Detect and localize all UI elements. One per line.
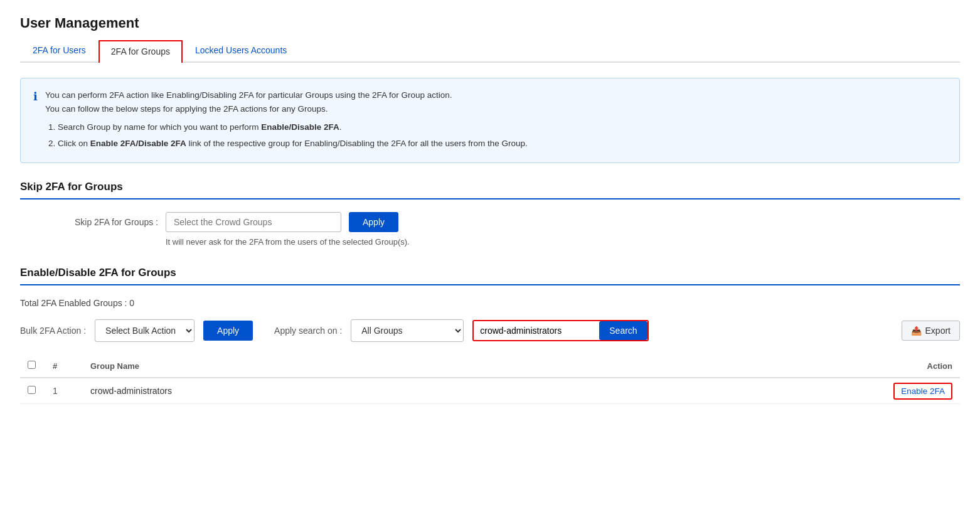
info-text: You can perform 2FA action like Enabling… — [45, 88, 528, 152]
export-label: Export — [925, 326, 951, 336]
search-on-label: Apply search on : — [274, 326, 342, 336]
bulk-apply-button[interactable]: Apply — [203, 321, 253, 341]
bulk-action-label: Bulk 2FA Action : — [20, 326, 86, 336]
info-step-2: Click on Enable 2FA/Disable 2FA link of … — [58, 137, 528, 151]
skip-2fa-divider — [20, 198, 960, 200]
skip-2fa-form-row: Skip 2FA for Groups : Apply — [20, 212, 960, 232]
tab-2fa-users[interactable]: 2FA for Users — [20, 39, 99, 61]
enable-disable-divider — [20, 284, 960, 285]
search-button[interactable]: Search — [599, 321, 647, 340]
skip-2fa-apply-button[interactable]: Apply — [349, 212, 398, 232]
stats-label: Total 2FA Enabled Groups : — [20, 298, 127, 308]
row-number: 1 — [45, 378, 83, 404]
search-on-dropdown[interactable]: All Groups — [351, 319, 464, 342]
tab-locked-accounts[interactable]: Locked Users Accounts — [183, 39, 299, 61]
stats-number: 0 — [129, 298, 134, 308]
row-group-name: crowd-administrators — [83, 378, 580, 404]
tab-2fa-groups[interactable]: 2FA for Groups — [99, 40, 183, 63]
enable-disable-title: Enable/Disable 2FA for Groups — [20, 267, 960, 279]
row-action-cell: Enable 2FA — [580, 378, 960, 404]
export-icon: 📤 — [911, 326, 922, 336]
info-icon: ℹ — [33, 90, 38, 152]
stats-row: Total 2FA Enabled Groups : 0 — [20, 298, 960, 308]
skip-2fa-label: Skip 2FA for Groups : — [70, 217, 158, 227]
tabs-bar: 2FA for Users 2FA for Groups Locked User… — [20, 39, 960, 63]
info-box: ℹ You can perform 2FA action like Enabli… — [20, 78, 960, 163]
row-checkbox-cell — [20, 378, 45, 404]
enable-2fa-link[interactable]: Enable 2FA — [893, 383, 952, 400]
skip-2fa-hint: It will never ask for the 2FA from the u… — [115, 237, 960, 247]
search-wrapper: Search — [472, 320, 648, 341]
skip-2fa-section: Skip 2FA for Groups Skip 2FA for Groups … — [20, 181, 960, 247]
crowd-groups-input[interactable] — [166, 212, 341, 232]
header-group-name-col: Group Name — [83, 354, 580, 378]
search-input[interactable] — [474, 321, 599, 340]
page-title: User Management — [20, 15, 960, 31]
header-action-col: Action — [580, 354, 960, 378]
select-all-checkbox[interactable] — [28, 361, 36, 369]
row-checkbox[interactable] — [28, 386, 36, 394]
enable-disable-section: Enable/Disable 2FA for Groups Total 2FA … — [20, 267, 960, 404]
controls-row: Bulk 2FA Action : Select Bulk Action App… — [20, 319, 960, 342]
header-checkbox-col — [20, 354, 45, 378]
skip-2fa-title: Skip 2FA for Groups — [20, 181, 960, 193]
bulk-action-dropdown[interactable]: Select Bulk Action — [95, 319, 194, 342]
export-button[interactable]: 📤 Export — [902, 321, 960, 341]
table-header-row: # Group Name Action — [20, 354, 960, 378]
table-row: 1 crowd-administrators Enable 2FA — [20, 378, 960, 404]
groups-table: # Group Name Action 1 crowd-administrato… — [20, 354, 960, 404]
groups-table-container: # Group Name Action 1 crowd-administrato… — [20, 354, 960, 404]
info-step-1: Search Group by name for which you want … — [58, 120, 528, 134]
header-num-col: # — [45, 354, 83, 378]
